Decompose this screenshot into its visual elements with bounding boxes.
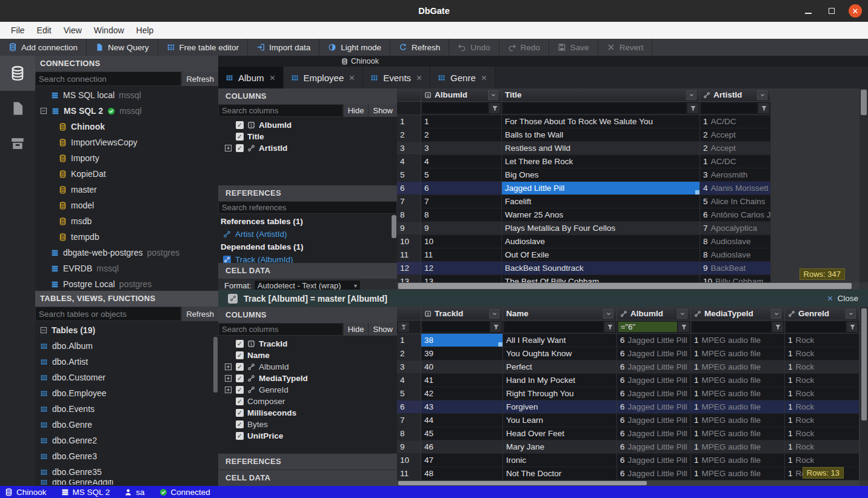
grid-cell[interactable]: 2Accept: [700, 142, 771, 155]
checkbox[interactable]: ✓: [236, 133, 244, 141]
filter-input-genreid[interactable]: [786, 322, 846, 332]
column-toggle-albumid[interactable]: ✓AlbumId: [218, 361, 397, 373]
cell-data-header[interactable]: CELL DATA: [218, 470, 397, 486]
close-button[interactable]: ✕: [849, 4, 862, 18]
checkbox[interactable]: ✓: [236, 397, 244, 405]
grid-cell[interactable]: 1Rock: [785, 440, 860, 454]
status-sa[interactable]: sa: [124, 488, 144, 497]
grid-cell[interactable]: 1Rock: [785, 400, 860, 414]
grid-cell[interactable]: 1MPEG audio file: [691, 360, 785, 374]
clear-filters-cell[interactable]: [397, 320, 421, 334]
menu-edit[interactable]: Edit: [31, 22, 58, 39]
filter-button[interactable]: [490, 322, 501, 332]
grid-cell[interactable]: 6Jagged Little Pill: [617, 414, 691, 427]
grid-cell[interactable]: 3Aerosmith: [700, 168, 771, 182]
show-button[interactable]: Show: [368, 104, 397, 117]
column-toggle-mediatypeid[interactable]: ✓MediaTypeId: [218, 373, 397, 384]
connection-item-ms-sql-2[interactable]: MS SQL 2mssql: [35, 103, 218, 119]
grid-cell[interactable]: 6Jagged Little Pill: [617, 374, 691, 387]
grid-cell[interactable]: 44: [421, 414, 503, 427]
grid-cell[interactable]: Warner 25 Anos: [502, 208, 700, 222]
grid-cell[interactable]: 1Rock: [785, 334, 860, 347]
table-item-dbo-events[interactable]: dbo.Events: [35, 401, 218, 417]
grid-cell[interactable]: 1: [421, 115, 502, 128]
grid-cell[interactable]: 1MPEG audio file: [691, 454, 785, 467]
menu-file[interactable]: File: [5, 22, 31, 39]
connections-refresh-button[interactable]: Refresh: [181, 71, 218, 86]
grid-cell[interactable]: 46: [421, 440, 503, 454]
grid-cell[interactable]: 13: [421, 275, 502, 282]
horizontal-scrollbar-thumb[interactable]: [398, 481, 647, 485]
grid-cell[interactable]: Ironic: [503, 454, 617, 467]
grid-cell[interactable]: 8: [421, 208, 502, 222]
column-header-mediatypeid[interactable]: MediaTypeId: [691, 307, 785, 320]
plus-box-icon[interactable]: [224, 144, 232, 152]
status-chinook[interactable]: Chinook: [5, 488, 47, 497]
grid-cell[interactable]: 7: [421, 195, 502, 208]
column-menu-button[interactable]: [757, 90, 767, 100]
connection-item-importviewscopy[interactable]: ImportViewsCopy: [35, 134, 218, 150]
search-references-input[interactable]: [218, 201, 397, 214]
plus-box-icon[interactable]: [224, 374, 232, 382]
filter-input-name[interactable]: [504, 322, 603, 332]
grid-cell[interactable]: 48: [421, 467, 503, 480]
filter-input-artistid[interactable]: [701, 103, 757, 113]
column-header-albumid[interactable]: 1AlbumId: [421, 88, 502, 102]
table-item-dbo-album[interactable]: dbo.Album: [35, 338, 218, 354]
column-toggle-genreid[interactable]: ✓GenreId: [218, 384, 397, 396]
selection-handle[interactable]: [695, 190, 699, 194]
grid-cell[interactable]: 42: [421, 387, 503, 400]
format-select[interactable]: Autodetect - Text (wrap) ▾: [254, 280, 361, 290]
grid-cell[interactable]: Forgiven: [503, 400, 617, 414]
grid-cell[interactable]: 1Rock: [785, 347, 860, 360]
connection-item-model[interactable]: model: [35, 198, 218, 213]
grid-cell[interactable]: 11: [421, 248, 502, 262]
filter-button[interactable]: [758, 103, 769, 113]
grid-cell[interactable]: Not The Doctor: [503, 467, 617, 480]
vertical-scrollbar[interactable]: [860, 307, 868, 480]
grid-cell[interactable]: 39: [421, 347, 503, 360]
plus-box-icon[interactable]: [224, 363, 232, 371]
grid-cell[interactable]: 1MPEG audio file: [691, 414, 785, 427]
tab-album[interactable]: Album: [218, 67, 284, 88]
grid-cell[interactable]: Perfect: [503, 360, 617, 374]
column-menu-button[interactable]: [489, 309, 499, 319]
filter-button[interactable]: [847, 322, 858, 332]
column-toggle-name[interactable]: ✓Name: [218, 350, 397, 361]
checkbox[interactable]: ✓: [236, 144, 244, 152]
connection-item-dbgate-web-postgres[interactable]: dbgate-web-postgrespostgres: [35, 245, 218, 261]
grid-cell[interactable]: 1MPEG audio file: [691, 467, 785, 480]
grid-cell[interactable]: Let There Be Rock: [502, 155, 700, 168]
column-header-name[interactable]: Name: [503, 307, 617, 320]
status-connected[interactable]: Connected: [159, 488, 210, 497]
grid-cell[interactable]: 1MPEG audio file: [691, 347, 785, 360]
table-item-dbo-genre[interactable]: dbo.Genre: [35, 417, 218, 433]
grid-cell[interactable]: 1Rock: [785, 387, 860, 400]
filter-button[interactable]: [687, 103, 698, 113]
grid-cell[interactable]: Head Over Feet: [503, 427, 617, 440]
grid-cell[interactable]: 1MPEG audio file: [691, 387, 785, 400]
grid-cell[interactable]: 41: [421, 374, 503, 387]
grid-cell[interactable]: You Learn: [503, 414, 617, 427]
grid-cell[interactable]: 6Jagged Little Pill: [617, 440, 691, 454]
grid-cell[interactable]: Restless and Wild: [502, 142, 700, 155]
status-ms-sql-2[interactable]: MS SQL 2: [61, 488, 110, 497]
column-header-trackid[interactable]: 1TrackId: [421, 307, 503, 320]
toolbar-new-query[interactable]: New Query: [87, 39, 158, 56]
tab-employee[interactable]: Employee: [284, 67, 364, 88]
sidebar-scrollbar[interactable]: [213, 337, 218, 393]
tables-refresh-button[interactable]: Refresh: [181, 307, 218, 321]
grid-cell[interactable]: 6Jagged Little Pill: [617, 427, 691, 440]
checkbox[interactable]: ✓: [236, 121, 244, 129]
column-header-albumid[interactable]: AlbumId: [617, 307, 691, 320]
rail-files[interactable]: [0, 91, 35, 126]
grid-cell[interactable]: 2Accept: [700, 128, 771, 142]
grid-cell[interactable]: 1MPEG audio file: [691, 440, 785, 454]
search-columns-input[interactable]: [218, 104, 343, 117]
column-toggle-trackid[interactable]: ✓1TrackId: [218, 338, 397, 350]
grid-cell[interactable]: 45: [421, 427, 503, 440]
connection-item-master[interactable]: master: [35, 182, 218, 198]
connection-item-kopiedat[interactable]: KopieDat: [35, 166, 218, 182]
filter-input-mediatypeid[interactable]: [692, 322, 771, 332]
grid-cell[interactable]: 6Jagged Little Pill: [617, 400, 691, 414]
